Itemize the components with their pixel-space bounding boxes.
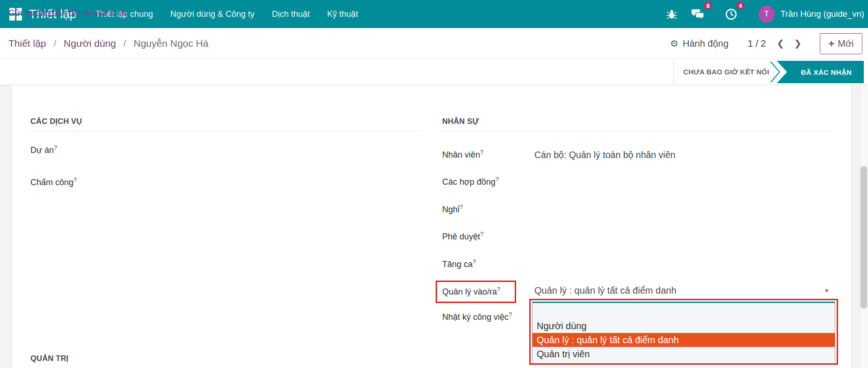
messages-icon[interactable]: 8 [691, 8, 705, 20]
breadcrumb-separator: / [49, 38, 61, 49]
gear-icon: ⚙ [670, 38, 678, 49]
action-menu-button[interactable]: ⚙ Hành động [670, 28, 729, 59]
help-marker: ? [460, 203, 463, 210]
breadcrumb-settings[interactable]: Thiết lập [8, 38, 46, 49]
topbar: Thiết lập Thiết lập chung Người dùng & C… [0, 0, 868, 28]
statusbar-divider [673, 59, 674, 85]
attendance-dropdown-list: Người dùng Quản lý : quản lý tất cả điểm… [532, 302, 835, 364]
section-title-services: CÁC DỊCH VỤ [30, 117, 82, 126]
dropdown-option-manager-selected[interactable]: Quản lý : quản lý tất cả điểm danh [532, 333, 835, 347]
field-label-project: Dự án? [30, 144, 57, 155]
new-record-button[interactable]: + Mới [820, 33, 862, 54]
dropdown-option-user[interactable]: Người dùng [532, 319, 835, 333]
send-password-reset-link[interactable]: Gửi hướng dẫn đặt lại mật khẩu [8, 0, 128, 26]
help-marker: ? [73, 176, 77, 183]
dropdown-option-empty[interactable] [532, 303, 835, 319]
plus-icon: + [828, 39, 834, 49]
scrollbar-thumb[interactable] [861, 166, 867, 309]
activities-badge: 4 [737, 2, 744, 10]
pager-next-button[interactable]: ❯ [794, 28, 802, 59]
help-marker: ? [473, 258, 476, 265]
topbar-right-icons: 8 4 T Trần Hùng (guide_vn) [666, 0, 864, 28]
status-stage-never-connected[interactable]: CHƯA BAO GIỜ KẾT NỐI [678, 59, 775, 85]
help-marker: ? [509, 311, 512, 318]
field-label-attendance: Quản lý vào/ra? [442, 286, 500, 297]
section-title-hr: NHÂN SỰ [442, 117, 479, 126]
help-marker: ? [496, 176, 499, 183]
section-divider [442, 131, 831, 131]
field-value-employee[interactable]: Cán bộ: Quản lý toàn bộ nhân viên [534, 150, 675, 160]
menu-item-translations[interactable]: Dịch thuật [272, 0, 310, 28]
field-label-contracts: Các hợp đồng? [442, 176, 499, 187]
messages-badge: 8 [704, 2, 712, 10]
breadcrumb-users[interactable]: Người dùng [64, 38, 116, 49]
field-label-approvals: Phê duyệt? [442, 231, 483, 242]
user-menu[interactable]: Trần Hùng (guide_vn) [780, 9, 864, 19]
status-stage-confirmed[interactable]: ĐÃ XÁC NHẬN [777, 61, 864, 83]
debug-bug-icon[interactable] [666, 9, 677, 20]
select-underline [532, 299, 832, 299]
new-button-label: Mới [838, 38, 853, 49]
field-label-overtime: Tăng ca? [442, 258, 476, 269]
control-panel: Thiết lập / Người dùng / Nguyễn Ngọc Hà … [0, 28, 868, 59]
menu-item-users-companies[interactable]: Người dùng & Công ty [170, 0, 255, 28]
section-title-admin: QUẢN TRỊ [30, 354, 68, 363]
attendance-select[interactable]: Quản lý : quản lý tất cả điểm danh [534, 285, 677, 296]
activities-clock-icon[interactable]: 4 [725, 8, 737, 20]
user-avatar[interactable]: T [759, 6, 775, 23]
action-menu-label: Hành động [683, 38, 729, 49]
page-gutter-left [0, 85, 12, 368]
help-marker: ? [54, 144, 57, 151]
chevron-down-icon[interactable]: ▾ [825, 287, 828, 294]
record-pager: 1 / 2 [748, 28, 766, 59]
breadcrumb: Thiết lập / Người dùng / Nguyễn Ngọc Hà [8, 28, 208, 59]
page-gutter-right [851, 85, 860, 368]
breadcrumb-current-record: Nguyễn Ngọc Hà [134, 38, 209, 49]
help-marker: ? [480, 231, 483, 238]
field-label-timeoff: Nghỉ? [442, 203, 463, 215]
help-marker: ? [497, 286, 500, 293]
dropdown-option-administrator[interactable]: Quản trị viên [532, 347, 835, 361]
field-label-timesheet: Chấm công? [30, 176, 77, 188]
section-divider [30, 131, 421, 131]
topbar-menu: Thiết lập chung Người dùng & Công ty Dịc… [95, 0, 358, 28]
field-label-worklog: Nhật ký công việc? [442, 311, 512, 322]
pager-previous-button[interactable]: ❮ [777, 28, 784, 59]
field-label-employee: Nhân viên? [442, 149, 483, 160]
menu-item-technical[interactable]: Kỹ thuật [327, 0, 358, 28]
help-marker: ? [480, 149, 483, 156]
breadcrumb-separator: / [119, 38, 131, 49]
